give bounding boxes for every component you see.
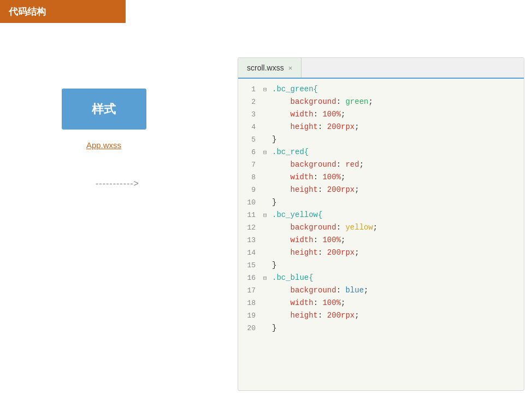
line-number: 5 [243,134,263,146]
left-panel: 样式 -----------> App.wxss [0,23,208,393]
collapse-icon[interactable]: ⊟ [263,84,271,96]
tab-close-button[interactable]: × [288,64,293,72]
code-text: } [272,259,276,271]
code-text: background: green; [272,96,373,108]
code-line: 10} [238,196,524,209]
code-text: width: 100%; [272,234,345,246]
code-line: 14 height: 200rpx; [238,247,524,259]
code-text: width: 100%; [272,108,345,120]
arrow-container: -----------> [96,179,139,189]
line-number: 6 [243,146,263,159]
code-text: height: 200rpx; [272,184,359,196]
code-text: } [272,322,276,334]
code-text: .bc_green{ [272,83,318,95]
code-text: .bc_blue{ [272,272,314,284]
code-line: 3 width: 100%; [238,108,524,121]
line-number: 4 [243,121,263,133]
code-text: width: 100%; [272,171,345,183]
arrow-line: -----------> [96,179,139,189]
line-number: 1 [243,84,263,96]
code-text: width: 100%; [272,297,345,309]
code-text: } [272,196,276,208]
code-line: 6⊟.bc_red{ [238,146,524,159]
code-line: 16⊟.bc_blue{ [238,272,524,284]
code-line: 12 background: yellow; [238,221,524,234]
code-line: 15} [238,259,524,272]
code-panel: scroll.wxss × 1⊟.bc_green{2 background: … [238,57,524,391]
style-box[interactable]: 样式 [62,89,146,130]
style-box-label: 样式 [92,101,116,118]
code-line: 7 background: red; [238,159,524,171]
line-number: 18 [243,297,263,309]
tab-label: scroll.wxss [247,63,284,72]
code-text: background: blue; [272,284,368,296]
line-number: 7 [243,159,263,171]
line-number: 10 [243,197,263,209]
header-title: 代码结构 [9,5,46,18]
line-number: 3 [243,109,263,121]
line-number: 11 [243,209,263,221]
collapse-icon[interactable]: ⊟ [263,272,271,284]
code-line: 13 width: 100%; [238,234,524,247]
code-text: background: yellow; [272,221,377,233]
line-number: 12 [243,222,263,234]
tab-bar: scroll.wxss × [238,58,524,79]
collapse-icon[interactable]: ⊟ [263,209,271,221]
code-line: 8 width: 100%; [238,171,524,184]
header-bar: 代码结构 [0,0,126,23]
line-number: 17 [243,285,263,297]
code-line: 2 background: green; [238,96,524,108]
code-text: .bc_yellow{ [272,209,322,221]
code-text: height: 200rpx; [272,247,359,259]
code-line: 19 height: 200rpx; [238,309,524,322]
line-number: 14 [243,247,263,259]
code-text: } [272,133,276,145]
code-line: 11⊟.bc_yellow{ [238,209,524,221]
tab-scroll-wxss[interactable]: scroll.wxss × [238,58,302,78]
line-number: 20 [243,322,263,335]
code-text: height: 200rpx; [272,121,359,133]
code-text: background: red; [272,159,364,171]
line-number: 19 [243,310,263,322]
code-line: 20} [238,322,524,335]
line-number: 15 [243,260,263,272]
code-line: 17 background: blue; [238,284,524,297]
code-text: height: 200rpx; [272,309,359,321]
line-number: 16 [243,272,263,284]
collapse-icon[interactable]: ⊟ [263,146,271,159]
code-text: .bc_red{ [272,146,309,158]
code-line: 18 width: 100%; [238,297,524,309]
code-line: 9 height: 200rpx; [238,184,524,196]
code-line: 5} [238,133,524,146]
line-number: 2 [243,96,263,108]
code-content: 1⊟.bc_green{2 background: green;3 width:… [238,79,524,339]
code-line: 4 height: 200rpx; [238,121,524,133]
app-wxss-link[interactable]: App.wxss [86,140,121,150]
line-number: 8 [243,172,263,184]
line-number: 13 [243,234,263,247]
line-number: 9 [243,184,263,196]
code-line: 1⊟.bc_green{ [238,83,524,96]
